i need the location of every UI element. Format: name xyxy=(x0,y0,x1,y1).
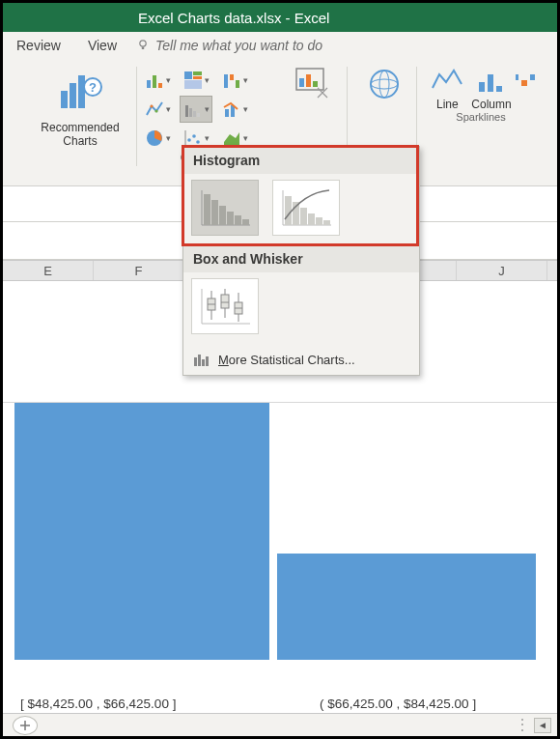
pareto-chart-option[interactable] xyxy=(272,180,340,236)
group-label-sparklines: Sparklines xyxy=(456,111,505,127)
svg-rect-2 xyxy=(61,91,68,108)
chart-bar-dropdown-icon[interactable]: ▾ xyxy=(141,67,174,94)
horizontal-scroll-controls: ◄ xyxy=(518,718,557,733)
pivotchart-button[interactable] xyxy=(289,65,335,103)
more-charts-icon xyxy=(193,352,210,367)
svg-rect-22 xyxy=(197,113,200,117)
svg-rect-73 xyxy=(202,359,205,366)
splitter-handle-icon[interactable] xyxy=(518,718,526,733)
svg-point-35 xyxy=(371,71,398,98)
histogram-bar xyxy=(14,403,269,660)
svg-rect-58 xyxy=(316,217,322,225)
svg-rect-21 xyxy=(193,111,196,117)
recommended-charts-icon: ? xyxy=(51,65,109,119)
svg-rect-38 xyxy=(479,82,485,92)
histogram-bar xyxy=(277,554,536,660)
svg-rect-49 xyxy=(227,212,234,225)
sparkline-line-button[interactable]: Line xyxy=(427,65,467,111)
dropdown-section-box-whisker: Box and Whisker xyxy=(183,245,419,272)
svg-rect-41 xyxy=(516,74,518,80)
svg-rect-9 xyxy=(158,83,162,88)
tellme-bulb-icon xyxy=(136,39,150,52)
svg-rect-57 xyxy=(308,213,315,225)
svg-rect-1 xyxy=(142,47,144,50)
svg-rect-46 xyxy=(204,194,210,225)
app-frame: Excel Charts data.xlsx - Excel Review Vi… xyxy=(0,0,560,739)
chart-combo-dropdown-icon[interactable]: ▾ xyxy=(218,96,251,123)
svg-text:?: ? xyxy=(89,80,97,95)
svg-point-29 xyxy=(192,134,196,138)
sheet-tab-bar: ◄ xyxy=(3,713,557,736)
more-statistical-charts[interactable]: More Statistical Charts... xyxy=(183,344,419,375)
svg-point-0 xyxy=(140,41,146,46)
svg-rect-19 xyxy=(185,105,188,117)
svg-rect-7 xyxy=(147,80,151,88)
svg-rect-51 xyxy=(242,219,249,225)
column-header[interactable]: E xyxy=(3,261,94,280)
svg-rect-14 xyxy=(224,74,228,88)
svg-rect-56 xyxy=(300,208,307,225)
group-divider xyxy=(136,67,137,166)
chart-waterfall-dropdown-icon[interactable]: ▾ xyxy=(218,67,251,94)
histogram-icon xyxy=(198,186,252,229)
new-sheet-button[interactable] xyxy=(13,716,38,735)
sparkline-line-icon xyxy=(431,65,463,96)
sparkline-winloss-button[interactable] xyxy=(516,65,535,111)
svg-rect-50 xyxy=(235,215,241,225)
column-header[interactable]: J xyxy=(457,261,547,280)
ribbon-tab-row: Review View Tell me what you want to do xyxy=(3,32,557,59)
svg-rect-16 xyxy=(236,80,239,88)
svg-rect-34 xyxy=(313,81,318,87)
statistical-chart-dropdown: Histogram xyxy=(182,146,420,376)
pareto-icon xyxy=(279,186,333,229)
plus-icon xyxy=(19,720,31,731)
svg-point-30 xyxy=(196,140,200,144)
svg-rect-59 xyxy=(323,220,330,225)
scroll-left-button[interactable]: ◄ xyxy=(534,718,551,733)
group-recommended-charts: ? Recommended Charts xyxy=(22,65,138,182)
recommended-charts-label: Recommended Charts xyxy=(41,121,119,148)
svg-point-36 xyxy=(371,79,398,89)
svg-rect-20 xyxy=(189,108,192,117)
svg-rect-15 xyxy=(230,74,234,80)
title-bar: Excel Charts data.xlsx - Excel xyxy=(3,3,557,32)
svg-rect-33 xyxy=(306,74,311,87)
sparkline-winloss-icon xyxy=(516,65,535,96)
svg-rect-32 xyxy=(299,78,304,87)
3d-map-button[interactable] xyxy=(361,65,407,103)
dropdown-section-histogram: Histogram xyxy=(183,147,419,174)
svg-point-18 xyxy=(154,109,157,112)
histogram-chart-option[interactable] xyxy=(191,180,259,236)
svg-rect-47 xyxy=(211,200,218,225)
chart-hierarchy-dropdown-icon[interactable]: ▾ xyxy=(180,67,212,94)
pivotchart-icon xyxy=(293,65,331,103)
svg-rect-48 xyxy=(219,206,226,225)
sparkline-column-button[interactable]: Column xyxy=(467,65,515,111)
chart-line-dropdown-icon[interactable]: ▾ xyxy=(141,96,174,123)
svg-rect-12 xyxy=(193,76,202,79)
svg-rect-66 xyxy=(221,295,229,308)
svg-rect-43 xyxy=(530,74,535,80)
group-sparklines: Line Column Sparklines xyxy=(418,65,544,182)
svg-rect-10 xyxy=(184,71,192,79)
column-header[interactable]: F xyxy=(94,261,184,280)
chart-statistical-dropdown-icon[interactable]: ▾ xyxy=(180,96,212,123)
svg-rect-54 xyxy=(285,196,292,225)
svg-rect-3 xyxy=(70,83,76,108)
svg-rect-42 xyxy=(521,80,527,86)
svg-rect-8 xyxy=(153,75,156,88)
tellme-text[interactable]: Tell me what you want to do xyxy=(155,38,322,53)
chart-plot-area[interactable] xyxy=(14,403,546,693)
svg-rect-13 xyxy=(184,80,202,89)
tab-review[interactable]: Review xyxy=(3,38,74,53)
svg-rect-11 xyxy=(193,71,202,75)
svg-rect-23 xyxy=(225,109,229,117)
tab-view[interactable]: View xyxy=(74,38,130,53)
svg-rect-39 xyxy=(488,74,493,92)
recommended-charts-button[interactable]: ? Recommended Charts xyxy=(37,65,123,148)
chart-pie-dropdown-icon[interactable]: ▾ xyxy=(141,125,174,152)
more-charts-label: More Statistical Charts... xyxy=(218,353,355,367)
box-whisker-chart-option[interactable] xyxy=(191,278,259,334)
svg-rect-72 xyxy=(198,355,201,366)
svg-rect-71 xyxy=(194,357,197,366)
